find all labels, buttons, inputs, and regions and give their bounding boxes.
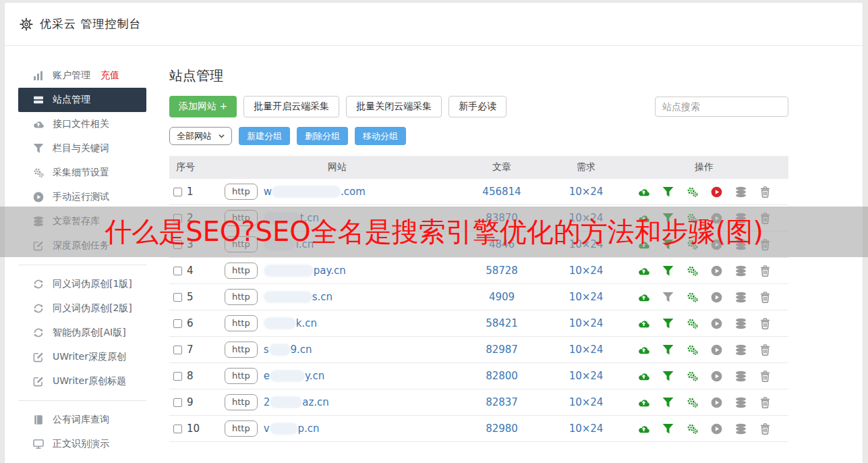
- batch-start-collect-button[interactable]: 批量开启云端采集: [243, 96, 339, 117]
- row-checkbox[interactable]: [173, 346, 182, 354]
- database-icon[interactable]: [735, 318, 747, 329]
- articles-count[interactable]: 58421: [451, 317, 552, 329]
- row-checkbox[interactable]: [173, 398, 182, 407]
- group-select[interactable]: 全部网站: [169, 127, 232, 145]
- play-icon[interactable]: [711, 292, 722, 303]
- site-link[interactable]: s.cn: [264, 291, 332, 303]
- database-icon[interactable]: [735, 423, 747, 435]
- trash-icon[interactable]: [759, 423, 771, 435]
- articles-count[interactable]: 82837: [451, 396, 552, 408]
- site-link[interactable]: 2 az.cn: [264, 396, 329, 408]
- settings-gears-icon[interactable]: [687, 292, 698, 303]
- filter-icon[interactable]: [662, 423, 674, 435]
- cloud-upload-icon[interactable]: [638, 292, 649, 303]
- articles-count[interactable]: 58728: [451, 265, 552, 277]
- sidebar-item-edit-UWriter原创标题[interactable]: UWriter原创标题: [18, 369, 146, 393]
- sidebar-item-list-站点管理[interactable]: 站点管理: [18, 88, 146, 112]
- database-icon[interactable]: [735, 344, 747, 356]
- http-button[interactable]: http: [225, 342, 258, 358]
- trash-icon[interactable]: [759, 397, 771, 408]
- database-icon[interactable]: [735, 371, 747, 382]
- row-checkbox[interactable]: [173, 293, 182, 302]
- row-checkbox[interactable]: [173, 267, 182, 275]
- sidebar-item-funnel-栏目与关键词[interactable]: 栏目与关键词: [18, 136, 146, 161]
- cloud-upload-icon[interactable]: [638, 423, 649, 435]
- database-icon[interactable]: [735, 186, 747, 198]
- cloud-upload-icon[interactable]: [638, 186, 649, 198]
- sidebar-item-bars-账户管理[interactable]: 账户管理充值: [18, 63, 146, 88]
- settings-gears-icon[interactable]: [687, 318, 698, 329]
- filter-icon[interactable]: [662, 344, 674, 356]
- move-group-button[interactable]: 移动分组: [355, 127, 406, 145]
- filter-icon[interactable]: [662, 292, 674, 303]
- recharge-badge[interactable]: 充值: [100, 70, 119, 82]
- http-button[interactable]: http: [225, 289, 258, 305]
- site-link[interactable]: w .com: [264, 186, 366, 198]
- database-icon[interactable]: [735, 397, 747, 408]
- trash-icon[interactable]: [759, 318, 771, 329]
- row-checkbox[interactable]: [173, 188, 182, 196]
- sidebar-item-refresh-同义词伪原创[2版][interactable]: 同义词伪原创[2版]: [18, 296, 146, 321]
- filter-icon[interactable]: [662, 318, 674, 329]
- play-icon[interactable]: [711, 344, 722, 356]
- row-checkbox[interactable]: [173, 319, 182, 328]
- cloud-upload-icon[interactable]: [638, 318, 649, 329]
- http-button[interactable]: http: [225, 263, 258, 279]
- http-button[interactable]: http: [225, 315, 258, 331]
- filter-icon[interactable]: [662, 371, 674, 382]
- trash-icon[interactable]: [759, 292, 771, 303]
- row-checkbox[interactable]: [173, 425, 182, 433]
- sidebar-item-refresh-智能伪原创[AI版][interactable]: 智能伪原创[AI版]: [18, 321, 146, 345]
- play-icon[interactable]: [711, 371, 722, 382]
- filter-icon[interactable]: [662, 265, 674, 277]
- settings-gears-icon[interactable]: [687, 371, 698, 382]
- new-group-button[interactable]: 新建分组: [239, 127, 290, 145]
- trash-icon[interactable]: [759, 371, 771, 382]
- site-link[interactable]: e y.cn: [264, 370, 325, 382]
- play-icon[interactable]: [711, 186, 722, 198]
- sidebar-item-book-公有词库查询[interactable]: 公有词库查询: [18, 408, 146, 432]
- site-link[interactable]: k.cn: [264, 317, 317, 329]
- site-link[interactable]: pay.cn: [264, 265, 346, 277]
- newbie-guide-button[interactable]: 新手必读: [449, 96, 507, 117]
- add-site-button[interactable]: 添加网站 +: [169, 96, 237, 117]
- play-icon[interactable]: [711, 318, 722, 329]
- database-icon[interactable]: [735, 292, 747, 303]
- settings-gears-icon[interactable]: [687, 397, 698, 408]
- settings-gears-icon[interactable]: [687, 423, 698, 435]
- filter-icon[interactable]: [662, 186, 674, 198]
- http-button[interactable]: http: [225, 394, 258, 410]
- settings-gears-icon[interactable]: [687, 344, 698, 356]
- sidebar-item-gears-采集细节设置[interactable]: 采集细节设置: [18, 161, 146, 185]
- delete-group-button[interactable]: 删除分组: [297, 127, 348, 145]
- cloud-upload-icon[interactable]: [638, 397, 649, 408]
- http-button[interactable]: http: [225, 368, 258, 384]
- cloud-upload-icon[interactable]: [638, 344, 649, 356]
- articles-count[interactable]: 4909: [451, 291, 552, 303]
- sidebar-item-play-手动运行测试[interactable]: 手动运行测试: [18, 185, 146, 209]
- trash-icon[interactable]: [759, 186, 771, 198]
- articles-count[interactable]: 456814: [451, 186, 552, 198]
- batch-stop-collect-button[interactable]: 批量关闭云端采集: [346, 96, 442, 117]
- play-icon[interactable]: [711, 423, 722, 435]
- sidebar-item-cloud-接口文件相关[interactable]: 接口文件相关: [18, 112, 146, 136]
- database-icon[interactable]: [735, 265, 747, 277]
- settings-gears-icon[interactable]: [687, 186, 698, 198]
- play-icon[interactable]: [711, 265, 722, 277]
- http-button[interactable]: http: [225, 184, 258, 200]
- trash-icon[interactable]: [759, 265, 771, 277]
- site-search-input[interactable]: [655, 97, 788, 117]
- articles-count[interactable]: 82800: [451, 370, 552, 382]
- filter-icon[interactable]: [662, 397, 674, 408]
- row-checkbox[interactable]: [173, 372, 182, 381]
- cloud-upload-icon[interactable]: [638, 265, 649, 277]
- play-icon[interactable]: [711, 397, 722, 408]
- sidebar-item-monitor-正文识别演示[interactable]: 正文识别演示: [18, 432, 146, 456]
- settings-gears-icon[interactable]: [687, 265, 698, 277]
- trash-icon[interactable]: [759, 344, 771, 356]
- site-link[interactable]: s 9.cn: [264, 344, 312, 356]
- articles-count[interactable]: 82987: [451, 344, 552, 356]
- sidebar-item-refresh-同义词伪原创[1版][interactable]: 同义词伪原创[1版]: [18, 272, 146, 296]
- site-link[interactable]: v p.cn: [264, 423, 320, 435]
- cloud-upload-icon[interactable]: [638, 371, 649, 382]
